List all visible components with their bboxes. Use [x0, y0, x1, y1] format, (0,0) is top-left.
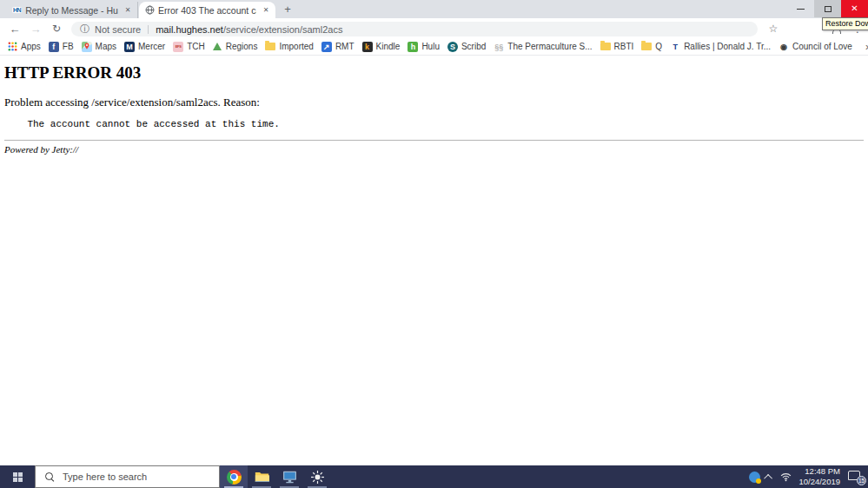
restore-down-tooltip: Restore Down	[822, 17, 868, 30]
adblock-plus-extension-icon[interactable]: ABP	[787, 23, 799, 35]
search-input[interactable]	[61, 471, 200, 483]
bookmark-star-icon[interactable]: ☆	[765, 18, 782, 39]
back-button[interactable]: ←	[5, 18, 24, 39]
forward-button[interactable]: →	[26, 18, 45, 39]
computer-monitor-icon	[282, 471, 297, 484]
error-message: Problem accessing /service/extension/sam…	[4, 96, 864, 109]
system-tray: 12:48 PM 10/24/2019 15	[749, 465, 868, 488]
bookmark-label: Imported	[279, 42, 313, 51]
start-button[interactable]	[0, 465, 35, 488]
tab-close-icon[interactable]: ✕	[260, 6, 272, 14]
bookmark-label: Regions	[226, 42, 258, 51]
search-icon	[44, 472, 55, 482]
address-bar[interactable]: ⓘ Not secure mail.hughes.net/service/ext…	[71, 22, 758, 36]
bookmark-item[interactable]: §§The Permaculture S...	[494, 42, 592, 52]
bookmark-item[interactable]: Q	[641, 42, 662, 51]
bookmark-item[interactable]: RBTI	[600, 42, 634, 51]
notification-count-badge: 15	[857, 476, 866, 485]
bookmark-label: TCH	[187, 42, 205, 51]
tab-close-icon[interactable]: ✕	[122, 6, 134, 14]
trump-t-icon: T	[670, 42, 680, 52]
bookmark-item[interactable]: Maps	[82, 42, 116, 52]
facebook-icon: f	[49, 42, 59, 52]
clock-date: 10/24/2019	[798, 477, 840, 487]
mercer-icon: M	[124, 42, 135, 52]
url-path: /service/extension/saml2acs	[223, 24, 343, 35]
wifi-icon[interactable]	[780, 472, 792, 482]
tray-expand-chevron-icon[interactable]	[765, 473, 773, 482]
globe-favicon-icon	[145, 5, 155, 15]
hulu-icon: h	[407, 42, 418, 52]
close-icon: ✕	[851, 4, 858, 13]
windows-logo-icon	[13, 472, 23, 482]
bookmark-item[interactable]: ◉Council of Love	[779, 42, 852, 52]
folder-icon	[600, 43, 611, 50]
taskbar-chrome-button[interactable]	[220, 465, 248, 488]
error-heading: HTTP ERROR 403	[4, 63, 864, 82]
file-explorer-icon	[255, 471, 269, 483]
action-center-button[interactable]: 15	[848, 470, 864, 484]
regions-triangle-icon	[213, 43, 222, 50]
taskbar-search[interactable]	[35, 465, 220, 488]
page-content: HTTP ERROR 403 Problem accessing /servic…	[0, 56, 868, 465]
windows-taskbar: 12:48 PM 10/24/2019 15	[0, 465, 868, 488]
bookmark-label: Q	[655, 42, 662, 51]
apps-grid-icon	[7, 42, 17, 52]
tab-hughesnet[interactable]: HN Reply to Message - HughesNet C ✕	[6, 2, 138, 18]
powered-by-jetty-link[interactable]: Powered by Jetty://	[4, 144, 864, 155]
bookmark-label: Maps	[96, 42, 116, 51]
bookmark-item[interactable]: Imported	[265, 42, 313, 51]
hughesnet-favicon-icon: HN	[12, 7, 22, 13]
permaculture-icon: §§	[494, 42, 504, 52]
bookmark-label: Apps	[21, 42, 41, 51]
bookmark-item[interactable]: TRallies | Donald J. Tr...	[670, 42, 771, 52]
browser-toolbar: ← → ↻ ⓘ Not secure mail.hughes.net/servi…	[0, 18, 868, 39]
bookmark-item[interactable]: kKindle	[362, 42, 401, 52]
tab-error-403[interactable]: Error 403 The account cannot be ✕	[139, 2, 275, 18]
bookmark-label: Council of Love	[792, 42, 852, 51]
page-info-icon[interactable]: ⓘ	[80, 23, 89, 36]
bookmark-item[interactable]: Regions	[213, 42, 258, 51]
window-controls: ✕	[787, 0, 868, 17]
taskbar-sun-app-button[interactable]	[303, 465, 331, 488]
council-of-love-icon: ◉	[779, 42, 789, 52]
bookmark-item[interactable]: ↗RMT	[321, 42, 354, 52]
minimize-icon	[797, 9, 805, 10]
url-domain: mail.hughes.net	[156, 24, 223, 35]
network-status-icon[interactable]	[749, 472, 760, 483]
bookmark-label: Kindle	[376, 42, 401, 51]
rmt-icon: ↗	[321, 42, 332, 52]
fast-forward-extension-icon[interactable]: »	[806, 23, 818, 35]
bookmark-item[interactable]: fFB	[49, 42, 74, 52]
content-divider	[4, 140, 864, 141]
restore-down-button[interactable]	[814, 0, 841, 17]
folder-icon	[265, 43, 275, 50]
bookmark-label: Hulu	[421, 42, 440, 51]
bookmarks-bar: AppsfFBMapsMMercerEFSTCHRegionsImported↗…	[0, 39, 868, 56]
scribd-icon: S	[447, 42, 458, 52]
error-reason: The account cannot be accessed at this t…	[4, 119, 864, 129]
chrome-icon	[227, 470, 242, 485]
security-label: Not secure	[95, 24, 141, 35]
tab-title: Reply to Message - HughesNet C	[25, 5, 118, 16]
folder-icon	[641, 43, 652, 50]
bookmark-item[interactable]: SScribd	[447, 42, 486, 52]
reload-button[interactable]: ↻	[47, 18, 66, 39]
kindle-icon: k	[362, 42, 373, 52]
taskbar-computer-button[interactable]	[275, 465, 303, 488]
google-maps-icon	[82, 42, 92, 52]
bookmark-item[interactable]: MMercer	[124, 42, 165, 52]
bookmark-item[interactable]: EFSTCH	[173, 42, 205, 52]
close-window-button[interactable]: ✕	[841, 0, 868, 17]
taskbar-file-explorer-button[interactable]	[248, 465, 275, 488]
bookmark-label: RBTI	[614, 42, 634, 51]
bookmark-label: FB	[63, 42, 74, 51]
new-tab-button[interactable]: +	[281, 3, 295, 16]
bookmark-label: Scribd	[461, 42, 486, 51]
bookmark-label: The Permaculture S...	[507, 42, 592, 51]
minimize-button[interactable]	[787, 0, 814, 17]
bookmark-item[interactable]: Apps	[7, 42, 41, 52]
bookmark-item[interactable]: hHulu	[407, 42, 440, 52]
bookmark-label: Rallies | Donald J. Tr...	[684, 42, 771, 51]
taskbar-clock[interactable]: 12:48 PM 10/24/2019	[798, 466, 840, 487]
